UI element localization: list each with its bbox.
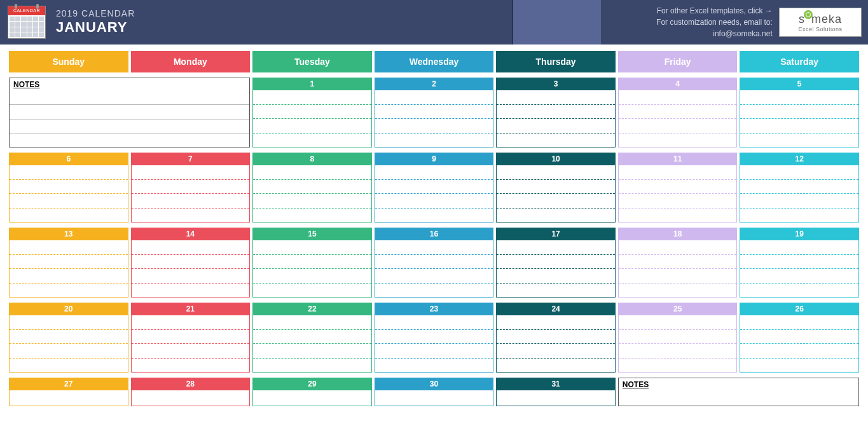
entry-line[interactable] xyxy=(10,255,128,270)
day-cell[interactable]: 18 xyxy=(618,228,738,298)
day-body[interactable] xyxy=(252,90,372,147)
day-body[interactable] xyxy=(375,165,494,222)
entry-line[interactable] xyxy=(10,390,128,406)
entry-line[interactable] xyxy=(10,165,128,180)
day-body[interactable] xyxy=(252,315,372,373)
day-cell[interactable]: 22 xyxy=(252,303,372,373)
day-body[interactable] xyxy=(740,240,859,298)
entry-line[interactable] xyxy=(740,105,858,120)
templates-link-text[interactable]: For other Excel templates, click → xyxy=(607,5,773,17)
entry-line[interactable] xyxy=(132,390,250,406)
notes-block[interactable]: NOTES xyxy=(9,78,250,147)
entry-line[interactable] xyxy=(253,209,371,222)
entry-line[interactable] xyxy=(10,194,128,209)
day-body[interactable] xyxy=(496,390,616,406)
entry-line[interactable] xyxy=(253,134,371,147)
entry-line[interactable] xyxy=(253,105,371,120)
day-cell[interactable]: 23 xyxy=(375,303,494,373)
entry-line[interactable] xyxy=(375,180,493,195)
entry-line[interactable] xyxy=(497,284,615,298)
day-cell[interactable]: 31 xyxy=(496,378,616,406)
entry-line[interactable] xyxy=(740,359,858,373)
day-cell[interactable]: 29 xyxy=(252,378,372,406)
day-cell[interactable]: 2 xyxy=(375,78,494,147)
entry-line[interactable] xyxy=(619,284,737,298)
day-cell[interactable]: 26 xyxy=(740,303,859,373)
entry-line[interactable] xyxy=(132,165,250,180)
entry-line[interactable] xyxy=(619,105,737,120)
day-body[interactable] xyxy=(496,165,616,222)
entry-line[interactable] xyxy=(10,269,128,284)
entry-line[interactable] xyxy=(375,209,493,222)
entry-line[interactable] xyxy=(253,315,371,330)
day-cell[interactable]: 8 xyxy=(252,153,372,222)
day-body[interactable] xyxy=(9,165,128,222)
day-cell[interactable]: 16 xyxy=(375,228,494,298)
entry-line[interactable] xyxy=(740,315,858,330)
entry-line[interactable] xyxy=(740,134,858,147)
entry-line[interactable] xyxy=(740,255,858,270)
entry-line[interactable] xyxy=(619,180,737,195)
day-body[interactable] xyxy=(740,315,859,373)
day-body[interactable] xyxy=(496,90,616,147)
day-body[interactable] xyxy=(375,390,494,406)
day-cell[interactable]: 30 xyxy=(375,378,494,406)
entry-line[interactable] xyxy=(253,359,371,373)
entry-line[interactable] xyxy=(253,194,371,209)
entry-line[interactable] xyxy=(10,240,128,255)
entry-line[interactable] xyxy=(10,330,128,345)
day-cell[interactable]: 20 xyxy=(9,303,128,373)
notes-block[interactable]: NOTES xyxy=(618,378,859,406)
notes-line[interactable] xyxy=(10,91,249,105)
entry-line[interactable] xyxy=(253,119,371,134)
entry-line[interactable] xyxy=(375,134,493,147)
day-body[interactable] xyxy=(9,240,128,298)
day-cell[interactable]: 12 xyxy=(740,153,859,222)
entry-line[interactable] xyxy=(132,359,250,373)
entry-line[interactable] xyxy=(740,344,858,359)
entry-line[interactable] xyxy=(253,165,371,180)
day-cell[interactable]: 21 xyxy=(131,303,251,373)
entry-line[interactable] xyxy=(253,240,371,255)
day-cell[interactable]: 14 xyxy=(131,228,251,298)
entry-line[interactable] xyxy=(497,359,615,373)
day-cell[interactable]: 19 xyxy=(740,228,859,298)
entry-line[interactable] xyxy=(740,240,858,255)
entry-line[interactable] xyxy=(619,194,737,209)
entry-line[interactable] xyxy=(10,180,128,195)
day-body[interactable] xyxy=(375,240,494,298)
entry-line[interactable] xyxy=(619,209,737,222)
day-body[interactable] xyxy=(131,165,251,222)
entry-line[interactable] xyxy=(132,315,250,330)
entry-line[interactable] xyxy=(740,330,858,345)
day-body[interactable] xyxy=(496,315,616,373)
day-cell[interactable]: 25 xyxy=(618,303,738,373)
entry-line[interactable] xyxy=(132,209,250,222)
day-cell[interactable]: 11 xyxy=(618,153,738,222)
notes-line[interactable] xyxy=(10,134,249,147)
entry-line[interactable] xyxy=(132,180,250,195)
entry-line[interactable] xyxy=(253,330,371,345)
day-cell[interactable]: 15 xyxy=(252,228,372,298)
day-cell[interactable]: 1 xyxy=(252,78,372,147)
day-body[interactable] xyxy=(252,390,372,406)
entry-line[interactable] xyxy=(10,284,128,298)
day-cell[interactable]: 9 xyxy=(375,153,494,222)
entry-line[interactable] xyxy=(375,315,493,330)
entry-line[interactable] xyxy=(253,255,371,270)
day-body[interactable] xyxy=(618,240,738,298)
day-cell[interactable]: 5 xyxy=(740,78,859,147)
entry-line[interactable] xyxy=(132,255,250,270)
entry-line[interactable] xyxy=(132,269,250,284)
day-body[interactable] xyxy=(618,90,738,147)
entry-line[interactable] xyxy=(375,105,493,120)
entry-line[interactable] xyxy=(740,269,858,284)
entry-line[interactable] xyxy=(740,180,858,195)
entry-line[interactable] xyxy=(497,90,615,105)
day-body[interactable] xyxy=(9,315,128,373)
entry-line[interactable] xyxy=(375,119,493,134)
entry-line[interactable] xyxy=(253,269,371,284)
entry-line[interactable] xyxy=(619,119,737,134)
day-cell[interactable]: 13 xyxy=(9,228,128,298)
day-cell[interactable]: 3 xyxy=(496,78,616,147)
